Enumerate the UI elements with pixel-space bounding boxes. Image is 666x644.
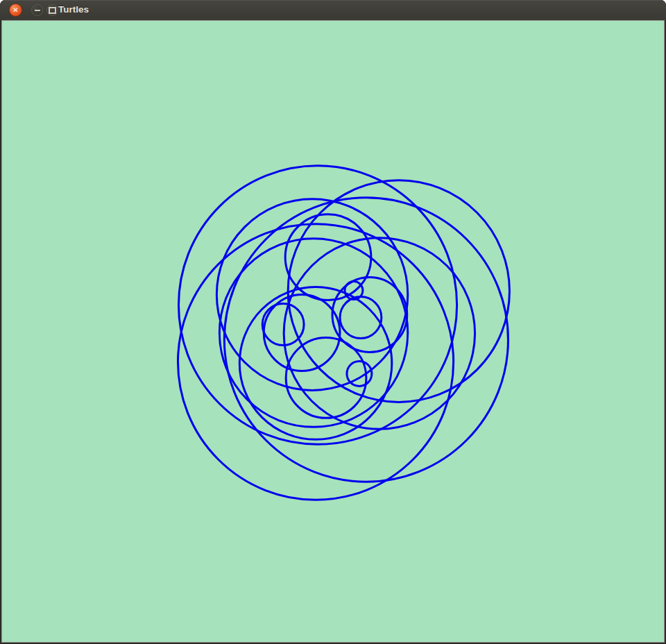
maximize-button[interactable]: [46, 4, 58, 16]
minimize-button[interactable]: [31, 4, 43, 16]
maximize-icon: [49, 7, 56, 14]
close-icon: ✕: [12, 6, 18, 13]
close-button[interactable]: ✕: [9, 3, 22, 17]
turtle-drawing: [2, 21, 664, 642]
minimize-icon: [35, 10, 40, 11]
titlebar[interactable]: ✕ Turtles: [0, 0, 666, 21]
turtle-circle: [347, 361, 372, 386]
turtle-canvas: [1, 20, 665, 643]
turtle-circle: [224, 198, 508, 482]
turtle-circle: [286, 337, 366, 418]
turtle-circle: [178, 224, 453, 500]
turtle-circle: [178, 166, 456, 445]
titlebar-highlight: [0, 0, 666, 1]
window-title: Turtles: [58, 0, 89, 20]
app-window: ✕ Turtles: [0, 0, 666, 644]
